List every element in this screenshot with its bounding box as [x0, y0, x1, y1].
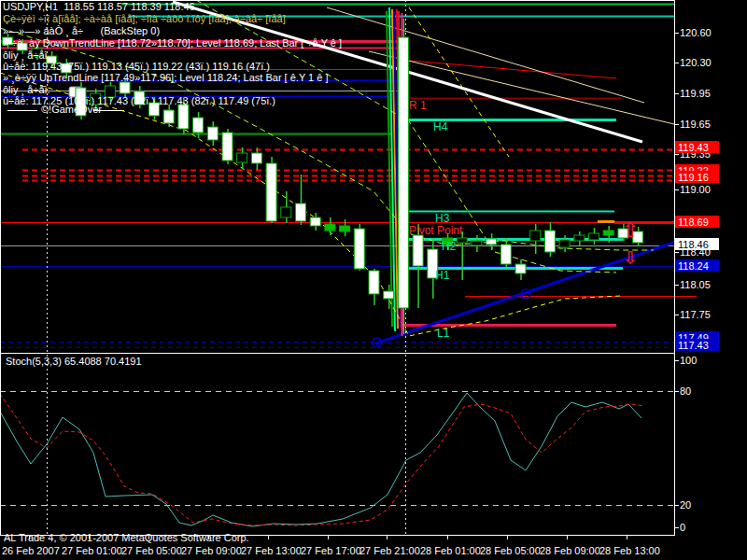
candle-body: [369, 271, 379, 294]
candle-body: [281, 207, 291, 217]
indicator-filter-line-1: ôliy ¸ å÷åì.: [3, 50, 50, 61]
candle-body: [340, 226, 350, 231]
pivot-level-label: H4: [433, 120, 448, 133]
candle-body: [384, 291, 394, 299]
candle-body: [500, 245, 511, 264]
time-axis-label: 27 Feb 17:00: [301, 545, 361, 556]
pivot-level-label: H1: [435, 269, 450, 282]
price-badge-label: 118.24: [678, 260, 709, 272]
price-axis-label: 118.05: [680, 279, 711, 290]
candle-body: [193, 118, 204, 133]
pivot-level-label: H3: [435, 212, 450, 225]
time-axis-label: 28 Feb 09:00: [540, 545, 600, 556]
candle-body: [515, 264, 526, 273]
indicator-uptrend-line: » ¸è÷ÿÿ UpTrendLine [117.49»117.96]; Lev…: [3, 73, 329, 83]
pivot-level-label: Pivot Point: [409, 224, 463, 237]
candle-body: [398, 37, 408, 308]
indicator-signal-line: Çè÷ÿèì ÷ïî à[ïåå]; ÷à÷àå [ïåå]; ÷îìà ÷àò…: [3, 14, 286, 24]
buy-signal-arrow-icon: ⇧: [622, 218, 639, 242]
candle-body: [266, 163, 276, 221]
candle-body: [472, 241, 482, 245]
chart-canvas[interactable]: 120.60120.30119.95119.65119.35119.00118.…: [0, 0, 747, 560]
price-badge-label: 119.16: [678, 172, 709, 183]
time-axis-label: 27 Feb 05:00: [121, 545, 182, 556]
candle-body: [354, 229, 364, 269]
trend-line: [369, 51, 674, 124]
time-axis-label: 27 Feb 21:00: [359, 545, 420, 556]
stoch-axis-label: 20: [680, 499, 691, 511]
indicator-credit-gameover: ©!GameOver: [41, 105, 102, 115]
candle-body: [237, 153, 247, 162]
candle-body: [574, 235, 585, 241]
price-badge-label: 117.43: [678, 340, 709, 351]
pivot-level-label: R 1: [409, 99, 427, 112]
candle-body: [310, 217, 320, 226]
candle-body: [163, 110, 174, 123]
candle-body: [603, 231, 613, 235]
time-axis-label: 26 Feb 2007: [2, 545, 60, 556]
platform-copyright: AL Trade 4, © 2001-2007 MetaQuotes Softw…: [4, 532, 249, 543]
trend-line: [400, 60, 616, 78]
time-axis-label: 27 Feb 01:00: [62, 545, 122, 556]
candle-body: [178, 105, 189, 129]
stoch-main-line: [0, 393, 641, 526]
candle-body: [325, 224, 335, 231]
candle-body: [207, 127, 218, 140]
indicator-filter-line-2: ôliy ¸ å÷åì.: [3, 85, 50, 95]
chart-title-ohlc: USDJPY,H1 118.55 118.57 118.39 118.46: [3, 2, 195, 12]
mt4-terminal-window: { "window": {"width": 800, "height": 600…: [0, 0, 747, 560]
stoch-axis-label: 100: [680, 355, 697, 366]
candle-body: [413, 235, 423, 266]
candle-body: [559, 240, 570, 247]
price-axis-label: 120.60: [680, 27, 712, 38]
price-axis-label: 120.30: [680, 57, 712, 68]
price-axis-label: 119.65: [680, 119, 711, 130]
candle-body: [544, 231, 555, 252]
indicator-backstep-line: »—»—» áàÒ ¸ å÷ (BackStep 0): [3, 26, 160, 36]
stoch-indicator-label: Stoch(5,3,3) 65.4088 70.4191: [6, 356, 142, 367]
ma-channel-dashed-line: [409, 7, 509, 157]
candle-body: [222, 133, 233, 161]
time-axis-label: 27 Feb 09:00: [181, 545, 242, 556]
price-badge-label: 118.46: [678, 239, 709, 250]
candle-body: [251, 153, 261, 163]
indicator-downtrend-line: » ÷à¸ ày DownTrendLine [118.72»118.70]; …: [3, 38, 342, 49]
price-badge-label: 118.69: [678, 217, 709, 228]
time-axis-label: 28 Feb 13:00: [599, 545, 660, 556]
candle-body: [457, 238, 467, 243]
price-axis-label: 117.75: [680, 309, 711, 320]
candle-body: [296, 203, 306, 221]
stoch-axis-label: 0: [680, 522, 685, 533]
pivot-level-label: L1: [437, 327, 450, 340]
candle-body: [589, 233, 599, 240]
price-badge-label: 119.43: [678, 142, 709, 153]
pivot-level-label: H2: [442, 240, 457, 253]
candle-body: [530, 231, 541, 241]
stoch-axis-label: 80: [680, 385, 691, 397]
price-axis-label: 119.95: [680, 88, 711, 99]
time-axis-label: 28 Feb 05:00: [480, 545, 541, 556]
price-axis-label: 119.00: [680, 184, 711, 195]
time-axis-label: 28 Feb 01:00: [420, 545, 481, 556]
trend-line: [327, 7, 644, 103]
sell-signal-arrow-icon: ⇩: [623, 248, 638, 268]
candle-body: [120, 82, 130, 93]
chart-window-frame: [1, 354, 675, 536]
candle-body: [486, 239, 497, 245]
time-axis-label: 27 Feb 13:00: [241, 545, 302, 556]
indicator-resistance-levels: û÷åè: 119.43 (75ï.) 119.13 (45ï.) 119.22…: [3, 62, 270, 72]
